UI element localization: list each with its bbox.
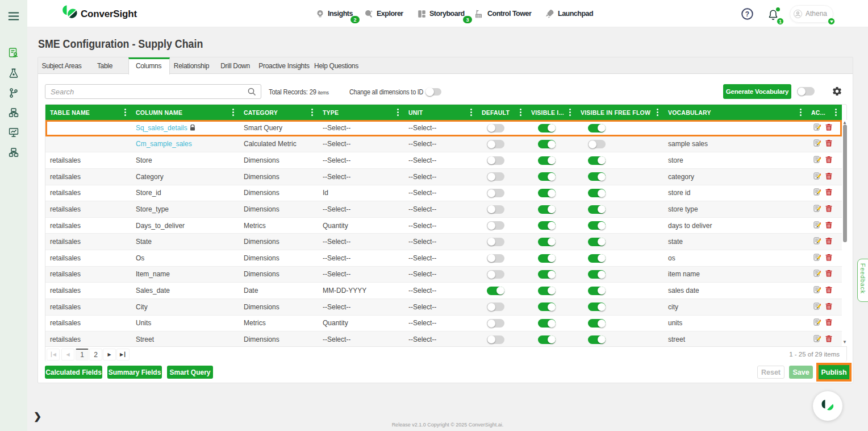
svg-text:?: ? [745, 10, 749, 18]
svg-text:ConverSight: ConverSight [81, 9, 137, 19]
